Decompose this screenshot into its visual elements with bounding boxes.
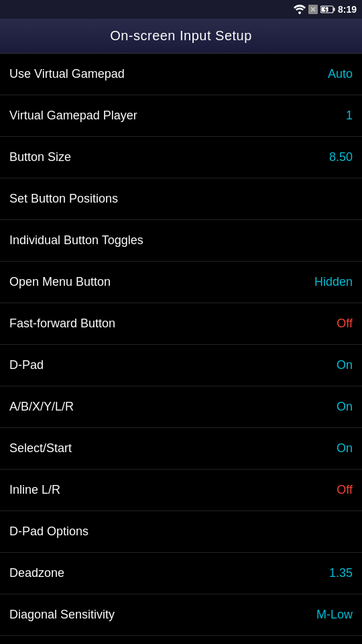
settings-item-set-button-positions[interactable]: Set Button Positions — [0, 178, 362, 220]
status-icons: 8:19 — [294, 4, 357, 15]
settings-label-set-button-positions: Set Button Positions — [9, 192, 118, 206]
section-header-d-pad-options: D-Pad Options — [0, 511, 362, 553]
status-time: 8:19 — [338, 4, 357, 15]
settings-label-use-virtual-gamepad: Use Virtual Gamepad — [9, 67, 125, 81]
settings-value-deadzone: 1.35 — [329, 566, 353, 580]
svg-rect-5 — [333, 8, 335, 11]
settings-value-diagonal-sensitivity: M-Low — [316, 608, 353, 622]
battery-icon — [320, 5, 335, 13]
settings-value-d-pad: On — [337, 358, 353, 372]
settings-value-inline-lr: Off — [337, 483, 353, 497]
settings-item-diagonal-sensitivity[interactable]: Diagonal SensitivityM-Low — [0, 594, 362, 636]
settings-label-open-menu-button: Open Menu Button — [9, 275, 111, 289]
settings-item-button-size[interactable]: Button Size8.50 — [0, 137, 362, 178]
settings-value-virtual-gamepad-player: 1 — [346, 109, 353, 123]
status-bar: 8:19 — [0, 0, 362, 19]
settings-item-open-menu-button[interactable]: Open Menu ButtonHidden — [0, 262, 362, 303]
wifi-icon — [294, 5, 306, 14]
settings-label-select-start: Select/Start — [9, 441, 72, 455]
settings-item-fast-forward-button[interactable]: Fast-forward ButtonOff — [0, 303, 362, 345]
settings-label-deadzone: Deadzone — [9, 566, 64, 580]
settings-value-abxylr: On — [337, 400, 353, 414]
signal-icon — [308, 5, 318, 14]
settings-label-virtual-gamepad-player: Virtual Gamepad Player — [9, 109, 137, 123]
settings-list: Use Virtual GamepadAutoVirtual Gamepad P… — [0, 54, 362, 636]
settings-item-deadzone[interactable]: Deadzone1.35 — [0, 553, 362, 594]
settings-value-fast-forward-button: Off — [337, 317, 353, 331]
settings-item-use-virtual-gamepad[interactable]: Use Virtual GamepadAuto — [0, 54, 362, 95]
settings-label-diagonal-sensitivity: Diagonal Sensitivity — [9, 608, 115, 622]
svg-point-0 — [298, 11, 301, 14]
section-header-individual-button-toggles: Individual Button Toggles — [0, 220, 362, 262]
section-header-label-individual-button-toggles: Individual Button Toggles — [9, 233, 143, 248]
settings-item-select-start[interactable]: Select/StartOn — [0, 428, 362, 470]
settings-item-abxylr[interactable]: A/B/X/Y/L/ROn — [0, 386, 362, 428]
settings-value-use-virtual-gamepad: Auto — [328, 67, 353, 81]
page-title: On-screen Input Setup — [110, 28, 252, 44]
settings-value-button-size: 8.50 — [329, 150, 353, 164]
settings-item-inline-lr[interactable]: Inline L/ROff — [0, 470, 362, 511]
settings-label-d-pad: D-Pad — [9, 358, 44, 372]
settings-item-d-pad[interactable]: D-PadOn — [0, 345, 362, 386]
section-header-label-d-pad-options: D-Pad Options — [9, 525, 88, 539]
settings-label-fast-forward-button: Fast-forward Button — [9, 317, 115, 331]
settings-value-open-menu-button: Hidden — [314, 275, 353, 289]
page-header: On-screen Input Setup — [0, 19, 362, 54]
settings-label-button-size: Button Size — [9, 150, 71, 164]
settings-label-inline-lr: Inline L/R — [9, 483, 60, 497]
settings-label-abxylr: A/B/X/Y/L/R — [9, 400, 74, 414]
settings-item-virtual-gamepad-player[interactable]: Virtual Gamepad Player1 — [0, 95, 362, 137]
settings-value-select-start: On — [337, 441, 353, 455]
